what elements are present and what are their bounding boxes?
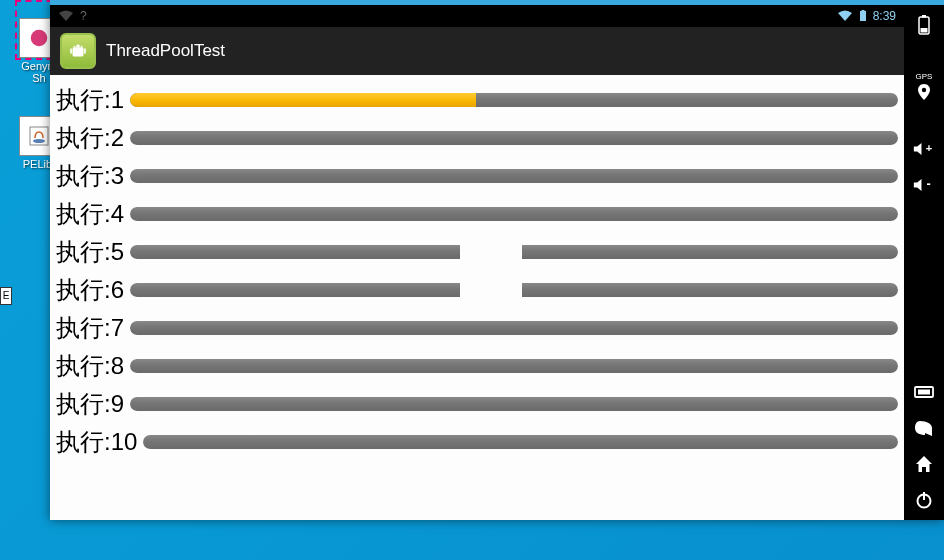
progress-row: 执行:3 (56, 157, 898, 195)
gps-label: GPS (916, 73, 933, 81)
progress-bar (130, 169, 898, 183)
gps-icon[interactable] (910, 83, 938, 101)
svg-point-0 (31, 30, 48, 47)
status-time: 8:39 (873, 9, 896, 23)
progress-row-label: 执行:9 (56, 388, 130, 420)
progress-bar (130, 359, 898, 373)
android-status-bar: ? 8:39 (50, 5, 904, 27)
volume-down-button[interactable]: - (910, 171, 938, 199)
progress-bar (130, 93, 898, 107)
progress-row: 执行:1 (56, 81, 898, 119)
svg-rect-11 (922, 15, 926, 18)
genymotion-icon (28, 27, 50, 49)
app-title: ThreadPoolTest (106, 41, 225, 61)
rotate-button[interactable] (910, 378, 938, 406)
progress-track (130, 169, 898, 183)
progress-track (143, 435, 898, 449)
back-button[interactable] (910, 414, 938, 442)
progress-bar (130, 131, 898, 145)
progress-track (130, 131, 898, 145)
progress-track (130, 359, 898, 373)
progress-row-label: 执行:4 (56, 198, 130, 230)
progress-row-label: 执行:7 (56, 312, 130, 344)
side-stub: E (0, 287, 12, 305)
app-content: 执行:1执行:2执行:3执行:4执行:5执行:6执行:7执行:8执行:9执行:1… (50, 75, 904, 520)
progress-bar (130, 283, 898, 297)
svg-text:-: - (927, 177, 931, 191)
progress-row: 执行:6 (56, 271, 898, 309)
wifi-dim-icon (58, 10, 74, 22)
svg-rect-4 (861, 10, 864, 12)
home-button[interactable] (910, 450, 938, 478)
progress-row-label: 执行:10 (56, 426, 143, 458)
progress-gap (460, 245, 521, 259)
svg-rect-17 (918, 390, 930, 395)
progress-row: 执行:10 (56, 423, 898, 461)
svg-point-13 (922, 88, 926, 92)
svg-rect-5 (73, 47, 84, 56)
svg-point-2 (33, 139, 45, 143)
svg-point-7 (79, 45, 81, 47)
emulator-toolbar: GPS + - (904, 5, 944, 520)
coffee-cup-icon (27, 124, 51, 148)
help-icon: ? (80, 9, 87, 23)
progress-row: 执行:8 (56, 347, 898, 385)
battery-indicator-icon[interactable] (910, 11, 938, 39)
progress-fill (130, 93, 476, 107)
power-button[interactable] (910, 486, 938, 514)
svg-point-6 (75, 45, 77, 47)
progress-row: 执行:9 (56, 385, 898, 423)
svg-text:+: + (926, 142, 932, 154)
emulator-window: ? 8:39 (50, 0, 944, 520)
svg-rect-3 (860, 11, 866, 21)
svg-rect-8 (70, 48, 72, 54)
svg-rect-12 (921, 28, 928, 33)
host-desktop: Genym Sh PELib. E ? (0, 0, 944, 560)
progress-row: 执行:5 (56, 233, 898, 271)
progress-row: 执行:4 (56, 195, 898, 233)
volume-up-button[interactable]: + (910, 135, 938, 163)
progress-row-label: 执行:3 (56, 160, 130, 192)
progress-bar (130, 207, 898, 221)
progress-bar (130, 321, 898, 335)
svg-rect-19 (923, 492, 925, 500)
android-icon (67, 40, 89, 62)
progress-gap (460, 283, 521, 297)
progress-bar (130, 397, 898, 411)
progress-row-label: 执行:2 (56, 122, 130, 154)
progress-track (130, 207, 898, 221)
progress-row: 执行:7 (56, 309, 898, 347)
progress-track (130, 321, 898, 335)
battery-icon (859, 10, 867, 22)
progress-row-label: 执行:6 (56, 274, 130, 306)
progress-row-label: 执行:1 (56, 84, 130, 116)
progress-track (130, 397, 898, 411)
wifi-icon (837, 10, 853, 22)
progress-bar (143, 435, 898, 449)
device-screen: ? 8:39 (50, 5, 904, 520)
app-icon (60, 33, 96, 69)
progress-row-label: 执行:5 (56, 236, 130, 268)
progress-bar (130, 245, 898, 259)
svg-rect-9 (84, 48, 86, 54)
progress-row: 执行:2 (56, 119, 898, 157)
progress-row-label: 执行:8 (56, 350, 130, 382)
app-action-bar: ThreadPoolTest (50, 27, 904, 75)
